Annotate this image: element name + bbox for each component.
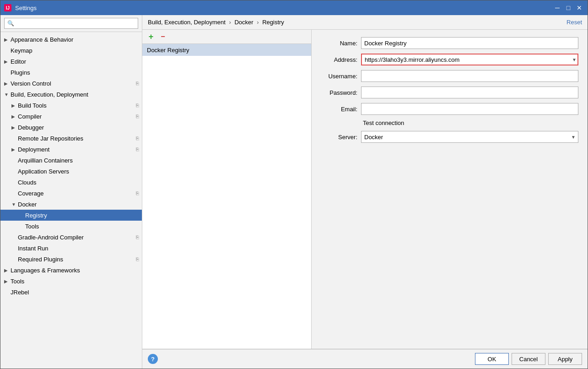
sidebar-item-registry[interactable]: Registry: [0, 210, 142, 221]
sidebar-item-gradle-android[interactable]: Gradle-Android Compiler⎘: [0, 232, 142, 243]
sidebar-item-compiler[interactable]: ▶Compiler⎘: [0, 111, 142, 122]
address-input[interactable]: [361, 54, 578, 65]
sidebar: ▶Appearance & Behavior Keymap▶Editor Plu…: [0, 15, 142, 369]
email-row: Email:: [321, 103, 578, 115]
email-input[interactable]: [361, 103, 578, 115]
list-item-docker-registry[interactable]: Docker Registry: [142, 44, 311, 56]
sidebar-item-label-build-exec-deploy: Build, Execution, Deployment: [11, 91, 142, 98]
apply-button[interactable]: Apply: [548, 353, 582, 365]
panel-header: Build, Execution, Deployment › Docker › …: [142, 15, 588, 30]
name-row: Name:: [321, 37, 578, 49]
email-label: Email:: [321, 106, 357, 113]
sidebar-item-tools-sub[interactable]: Tools: [0, 221, 142, 232]
name-label: Name:: [321, 40, 357, 47]
sidebar-item-appearance[interactable]: ▶Appearance & Behavior: [0, 34, 142, 45]
sidebar-item-app-servers[interactable]: Application Servers: [0, 166, 142, 177]
tree-arrow-compiler: ▶: [11, 114, 18, 119]
tree-arrow-deployment: ▶: [11, 147, 18, 152]
search-box: [0, 15, 142, 32]
sidebar-item-label-app-servers: Application Servers: [18, 168, 142, 175]
sidebar-item-label-keymap: Keymap: [11, 47, 142, 54]
name-input[interactable]: [361, 37, 578, 49]
sidebar-item-label-deployment: Deployment: [18, 146, 136, 153]
cancel-button[interactable]: Cancel: [512, 353, 545, 365]
username-label: Username:: [321, 73, 357, 80]
copy-icon-required-plugins: ⎘: [136, 256, 139, 262]
sidebar-item-remote-jar[interactable]: Remote Jar Repositories⎘: [0, 133, 142, 144]
sidebar-item-editor[interactable]: ▶Editor: [0, 56, 142, 67]
server-label: Server:: [321, 134, 357, 141]
titlebar: IJ Settings ─ □ ✕: [0, 0, 588, 15]
sidebar-item-debugger[interactable]: ▶Debugger: [0, 122, 142, 133]
sidebar-item-label-plugins: Plugins: [11, 69, 142, 76]
right-panel: Build, Execution, Deployment › Docker › …: [142, 15, 588, 369]
test-connection-label: Test connection: [361, 119, 404, 126]
copy-icon-gradle-android: ⎘: [136, 234, 139, 240]
sidebar-item-instant-run[interactable]: Instant Run: [0, 243, 142, 254]
reset-button[interactable]: Reset: [566, 19, 582, 26]
help-button[interactable]: ?: [148, 354, 158, 364]
sidebar-item-label-jrebel: JRebel: [11, 289, 142, 296]
tree-arrow-build-exec-deploy: ▼: [4, 92, 11, 97]
test-connection-row: Test connection: [321, 119, 578, 126]
password-row: Password:: [321, 87, 578, 98]
breadcrumb: Build, Execution, Deployment › Docker › …: [148, 19, 284, 26]
sidebar-item-lang-frameworks[interactable]: ▶Languages & Frameworks: [0, 265, 142, 276]
sidebar-item-label-appearance: Appearance & Behavior: [11, 36, 142, 43]
sidebar-item-coverage[interactable]: Coverage⎘: [0, 188, 142, 199]
bottom-left: ?: [148, 354, 158, 364]
sidebar-item-label-tools-sub: Tools: [25, 223, 142, 230]
sidebar-item-version-control[interactable]: ▶Version Control⎘: [0, 78, 142, 89]
sidebar-item-label-registry: Registry: [25, 212, 142, 219]
add-button[interactable]: +: [146, 32, 156, 42]
bottom-right: OK Cancel Apply: [475, 353, 582, 365]
minimize-button[interactable]: ─: [553, 3, 562, 12]
sidebar-item-label-build-tools: Build Tools: [18, 102, 136, 109]
sidebar-item-arquillian[interactable]: Arquillian Containers: [0, 155, 142, 166]
tree-arrow-build-tools: ▶: [11, 103, 18, 108]
window-controls: ─ □ ✕: [553, 3, 584, 12]
panel-body: + − Docker Registry Name: Address:: [142, 30, 588, 349]
tree-arrow-editor: ▶: [4, 59, 11, 64]
app-icon: IJ: [4, 4, 11, 11]
sidebar-item-label-coverage: Coverage: [18, 190, 136, 197]
sidebar-item-label-arquillian: Arquillian Containers: [18, 157, 142, 164]
close-button[interactable]: ✕: [575, 3, 584, 12]
sidebar-item-label-gradle-android: Gradle-Android Compiler: [18, 234, 136, 241]
sidebar-item-build-exec-deploy[interactable]: ▼Build, Execution, Deployment: [0, 89, 142, 100]
list-area: + − Docker Registry: [142, 30, 312, 349]
sidebar-item-plugins[interactable]: Plugins: [0, 67, 142, 78]
sidebar-item-docker[interactable]: ▼Docker: [0, 199, 142, 210]
sidebar-item-jrebel[interactable]: JRebel: [0, 287, 142, 298]
sidebar-item-required-plugins[interactable]: Required Plugins⎘: [0, 254, 142, 265]
copy-icon-compiler: ⎘: [136, 114, 139, 119]
list-toolbar: + −: [142, 30, 311, 44]
sidebar-item-clouds[interactable]: Clouds: [0, 177, 142, 188]
copy-icon-version-control: ⎘: [136, 81, 139, 86]
sidebar-item-build-tools[interactable]: ▶Build Tools⎘: [0, 100, 142, 111]
sidebar-item-label-tools: Tools: [11, 278, 142, 285]
password-input[interactable]: [361, 87, 578, 98]
search-input[interactable]: [4, 18, 138, 29]
settings-tree: ▶Appearance & Behavior Keymap▶Editor Plu…: [0, 32, 142, 369]
main-content: ▶Appearance & Behavior Keymap▶Editor Plu…: [0, 15, 588, 369]
copy-icon-coverage: ⎘: [136, 190, 139, 196]
remove-button[interactable]: −: [158, 32, 168, 42]
tree-arrow-version-control: ▶: [4, 81, 11, 86]
copy-icon-remote-jar: ⎘: [136, 136, 139, 141]
sidebar-item-label-clouds: Clouds: [18, 179, 142, 186]
server-select[interactable]: Docker: [361, 131, 578, 143]
sidebar-item-tools[interactable]: ▶Tools: [0, 276, 142, 287]
address-label: Address:: [321, 56, 357, 63]
username-input[interactable]: [361, 70, 578, 82]
tree-arrow-tools: ▶: [4, 279, 11, 284]
copy-icon-deployment: ⎘: [136, 147, 139, 152]
sidebar-item-deployment[interactable]: ▶Deployment⎘: [0, 144, 142, 155]
sidebar-item-keymap[interactable]: Keymap: [0, 45, 142, 56]
sidebar-item-label-docker: Docker: [18, 201, 142, 208]
tree-arrow-docker: ▼: [11, 202, 18, 207]
tree-arrow-appearance: ▶: [4, 37, 11, 42]
sidebar-item-label-editor: Editor: [11, 58, 142, 65]
maximize-button[interactable]: □: [564, 3, 573, 12]
ok-button[interactable]: OK: [475, 353, 509, 365]
